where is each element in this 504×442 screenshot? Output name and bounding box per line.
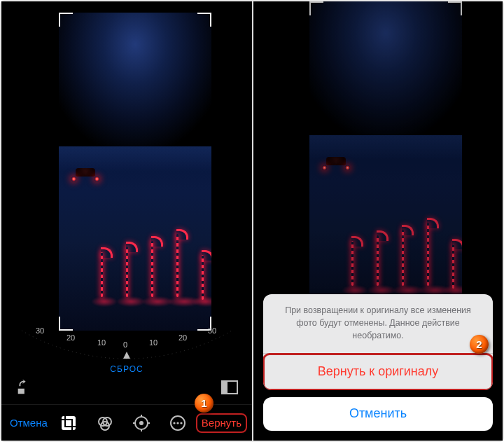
revert-action-sheet-screen: При возвращении к оригиналу все изменени… xyxy=(252,1,503,441)
action-sheet-message: При возвращении к оригиналу все изменени… xyxy=(263,294,493,354)
more-tool-button[interactable] xyxy=(160,405,196,441)
svg-point-14 xyxy=(173,422,175,424)
editor-toolbar: Отмена Вернуть xyxy=(1,404,252,441)
dial-tick-label: 10 xyxy=(97,338,106,347)
action-sheet: При возвращении к оригиналу все изменени… xyxy=(263,294,493,431)
done-button[interactable]: Вернуть xyxy=(196,413,247,433)
dial-tick-label: 30 xyxy=(36,326,44,335)
annotation-callout-1: 1 xyxy=(195,394,214,413)
revert-to-original-button[interactable]: Вернуть к оригиналу xyxy=(265,355,491,389)
photo-editor-crop-screen: 30 20 10 0 10 20 30 СБРОС Отмена xyxy=(1,1,252,441)
svg-rect-2 xyxy=(222,381,227,394)
aspect-icon[interactable] xyxy=(221,380,238,395)
svg-point-15 xyxy=(176,422,178,424)
dial-tick-label: 20 xyxy=(66,333,75,342)
filters-tool-button[interactable] xyxy=(87,405,123,441)
cancel-button[interactable]: Отмена xyxy=(8,417,50,429)
svg-rect-3 xyxy=(62,416,76,430)
rotate-icon[interactable] xyxy=(15,380,31,395)
crop-handle-top-left[interactable] xyxy=(59,13,73,27)
svg-point-8 xyxy=(139,421,144,425)
photo-preview[interactable] xyxy=(59,13,211,331)
dial-tick-label: 30 xyxy=(208,326,216,335)
action-sheet-cancel-button[interactable]: Отменить xyxy=(263,397,493,431)
reset-button[interactable]: СБРОС xyxy=(110,364,143,374)
svg-marker-0 xyxy=(123,352,130,359)
svg-point-16 xyxy=(180,422,182,424)
crop-handle-top-right[interactable] xyxy=(197,13,211,27)
crop-tool-button[interactable] xyxy=(50,405,87,441)
dial-tick-label: 0 xyxy=(123,340,127,349)
dial-tick-label: 20 xyxy=(178,333,187,342)
adjust-tool-button[interactable] xyxy=(123,405,160,441)
straighten-dial[interactable]: 30 20 10 0 10 20 30 xyxy=(1,324,252,370)
dial-tick-label: 10 xyxy=(149,338,158,347)
annotation-callout-2: 2 xyxy=(470,335,489,354)
